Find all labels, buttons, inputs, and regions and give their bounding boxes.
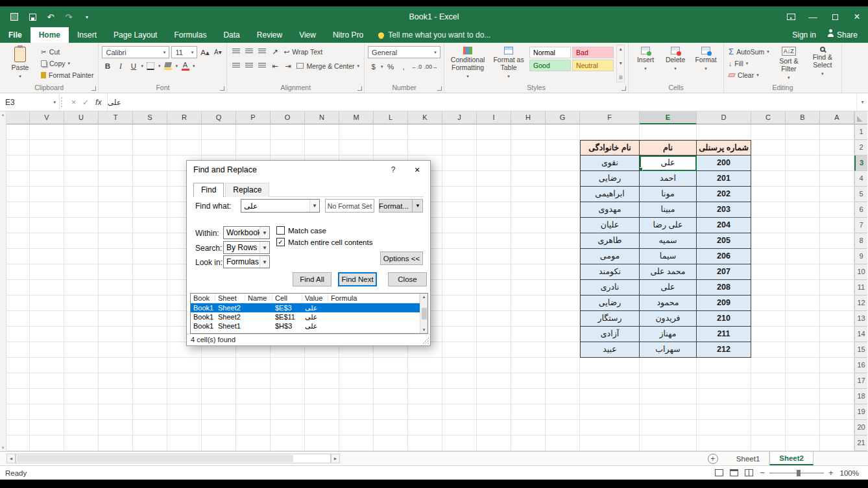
search-select[interactable]: By Rows▼ — [223, 241, 270, 254]
cell[interactable] — [442, 124, 477, 140]
undo-icon[interactable]: ↶ — [43, 10, 58, 24]
cell[interactable] — [820, 171, 854, 187]
cell[interactable] — [99, 296, 133, 311]
qat-customize-icon[interactable]: ▾ — [79, 10, 95, 24]
cell[interactable] — [271, 140, 305, 156]
cell[interactable] — [786, 264, 820, 280]
cell[interactable] — [442, 233, 477, 249]
view-page-layout-button[interactable] — [730, 469, 738, 476]
cell[interactable] — [6, 436, 30, 451]
cell[interactable] — [546, 187, 580, 202]
row-header-16[interactable]: 16 — [854, 358, 867, 373]
cell[interactable] — [580, 373, 640, 389]
cell[interactable] — [99, 171, 133, 187]
cell[interactable] — [30, 218, 64, 233]
cell[interactable] — [786, 389, 820, 404]
cell[interactable] — [99, 280, 133, 296]
results-scrollbar[interactable]: ▲▼ — [420, 294, 428, 333]
cell[interactable] — [477, 218, 511, 233]
cell[interactable] — [167, 389, 202, 404]
look-in-select[interactable]: Formulas▼ — [223, 255, 270, 268]
cell[interactable] — [408, 124, 442, 140]
cell[interactable] — [751, 202, 786, 218]
match-entire-checkbox[interactable]: ✓ Match entire cell contents — [276, 238, 372, 246]
results-header-value[interactable]: Value — [302, 294, 328, 303]
dialog-help-button[interactable]: ? — [382, 161, 404, 179]
cell[interactable] — [6, 342, 30, 358]
cell[interactable] — [6, 233, 30, 249]
cell[interactable] — [374, 436, 408, 451]
column-header-K[interactable]: K — [408, 111, 442, 124]
cell[interactable] — [751, 187, 786, 202]
font-family-select[interactable]: Calibri▾ — [102, 46, 169, 58]
cell[interactable] — [64, 202, 99, 218]
zoom-slider[interactable] — [769, 472, 824, 474]
number-dialog-launcher-icon[interactable] — [437, 86, 442, 91]
cell[interactable] — [546, 218, 580, 233]
cell[interactable] — [477, 156, 511, 171]
cell[interactable] — [30, 311, 64, 327]
row-header-3[interactable]: 3 — [854, 156, 867, 171]
cell[interactable] — [339, 373, 374, 389]
cell[interactable] — [751, 233, 786, 249]
paste-dropdown-icon[interactable]: ▾ — [19, 73, 21, 80]
cell[interactable] — [477, 404, 511, 420]
cell[interactable] — [30, 389, 64, 404]
active-cell-E3[interactable]: علی — [640, 156, 697, 171]
cell[interactable] — [64, 327, 99, 342]
cell[interactable] — [6, 140, 30, 156]
currency-button[interactable]: $ — [368, 61, 379, 72]
clipboard-dialog-launcher-icon[interactable] — [91, 86, 96, 91]
cell[interactable] — [580, 358, 640, 373]
cell[interactable] — [99, 233, 133, 249]
cell[interactable] — [751, 420, 786, 436]
table-cell[interactable]: مبینا — [640, 202, 697, 218]
cell[interactable] — [30, 249, 64, 264]
cell[interactable] — [99, 140, 133, 156]
cell[interactable] — [6, 218, 30, 233]
cell[interactable] — [30, 140, 64, 156]
row-header-14[interactable]: 14 — [854, 327, 867, 342]
cell[interactable] — [697, 373, 751, 389]
cell[interactable] — [786, 218, 820, 233]
cell[interactable] — [374, 124, 408, 140]
column-header-H[interactable]: H — [511, 111, 546, 124]
cell[interactable] — [133, 358, 167, 373]
cell[interactable] — [374, 389, 408, 404]
horizontal-scrollbar-track[interactable] — [16, 454, 331, 463]
underline-button[interactable]: U — [128, 60, 139, 71]
cell[interactable] — [511, 404, 546, 420]
restore-button[interactable] — [824, 6, 846, 27]
cell[interactable] — [580, 404, 640, 420]
cell[interactable] — [786, 140, 820, 156]
cell[interactable] — [751, 327, 786, 342]
cell[interactable] — [271, 404, 305, 420]
cell[interactable] — [640, 404, 697, 420]
cell[interactable] — [64, 171, 99, 187]
cell[interactable] — [546, 202, 580, 218]
cell[interactable] — [580, 436, 640, 451]
table-cell[interactable]: 207 — [697, 264, 751, 280]
cell[interactable] — [64, 342, 99, 358]
cell[interactable] — [442, 140, 477, 156]
dialog-resize-grip[interactable] — [422, 338, 429, 344]
scroll-down-icon[interactable]: ▼ — [422, 328, 426, 332]
cell[interactable] — [133, 311, 167, 327]
table-cell[interactable]: آزادی — [580, 327, 640, 342]
cell[interactable] — [511, 233, 546, 249]
cell[interactable] — [820, 358, 854, 373]
zoom-slider-thumb[interactable] — [797, 470, 801, 476]
cell[interactable] — [477, 124, 511, 140]
cell[interactable] — [820, 124, 854, 140]
results-header-book[interactable]: Book — [191, 294, 215, 303]
table-cell[interactable]: 205 — [697, 233, 751, 249]
cell[interactable] — [202, 436, 236, 451]
cell[interactable] — [786, 327, 820, 342]
sheet-tab-sheet1[interactable]: Sheet1 — [727, 452, 769, 465]
column-header-O[interactable]: O — [271, 111, 305, 124]
cell[interactable] — [339, 140, 374, 156]
table-cell[interactable]: نقوی — [580, 156, 640, 171]
cell[interactable] — [271, 373, 305, 389]
formula-bar-expand-icon[interactable]: ▾ — [856, 93, 868, 111]
enter-icon[interactable]: ✓ — [82, 98, 89, 107]
